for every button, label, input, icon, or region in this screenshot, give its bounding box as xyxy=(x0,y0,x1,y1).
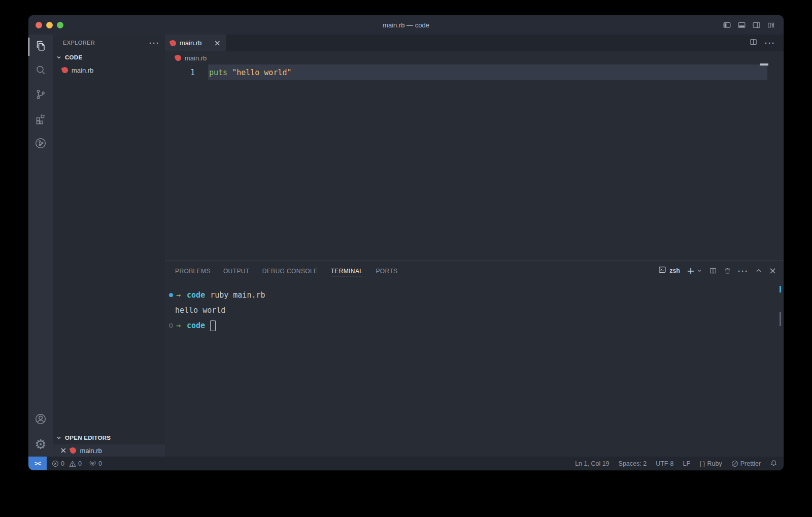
explorer-more-actions-icon[interactable]: ··· xyxy=(149,39,160,47)
code-section-label: CODE xyxy=(65,54,82,60)
tab-debug-console[interactable]: DEBUG CONSOLE xyxy=(262,263,318,279)
open-editor-name: main.rb xyxy=(80,447,101,455)
open-editor-item-main-rb[interactable]: × main.rb xyxy=(53,444,165,457)
tab-output[interactable]: OUTPUT xyxy=(223,263,250,279)
encoding-status[interactable]: UTF-8 xyxy=(656,460,673,467)
extensions-activity-button[interactable] xyxy=(28,108,53,132)
tab-strip xyxy=(226,35,749,51)
close-tab-icon[interactable]: × xyxy=(214,39,221,47)
gear-icon: ⚙ xyxy=(35,438,46,451)
workbench: ⚙ EXPLORER ··· CODE main.rb xyxy=(28,35,784,457)
close-window-button[interactable] xyxy=(36,22,42,28)
cursor-position-status[interactable]: Ln 1, Col 19 xyxy=(575,460,609,467)
close-editor-icon[interactable]: × xyxy=(60,446,66,455)
code-token-string: "hello world" xyxy=(232,68,291,77)
panel-actions: zsh + ··· xyxy=(658,266,776,276)
code-line-1: 1 puts"hello world" xyxy=(165,64,784,80)
shell-name: zsh xyxy=(669,267,680,274)
explorer-sidebar: EXPLORER ··· CODE main.rb xyxy=(53,35,165,457)
sidebar-title: EXPLORER xyxy=(63,40,149,46)
tab-label: main.rb xyxy=(180,39,211,47)
panel-header: PROBLEMS OUTPUT DEBUG CONSOLE TERMINAL P… xyxy=(165,261,784,280)
status-bar-right: Ln 1, Col 19 Spaces: 2 UTF-8 LF { } Ruby… xyxy=(575,460,784,467)
ruby-file-icon xyxy=(174,54,182,61)
editor-actions: ··· xyxy=(749,35,784,51)
error-count: 0 xyxy=(61,460,64,467)
prompt-cwd: code xyxy=(187,321,205,330)
current-line-highlight xyxy=(208,64,767,80)
search-icon xyxy=(35,64,47,78)
toggle-secondary-sidebar-icon[interactable] xyxy=(752,21,761,29)
customize-layout-icon[interactable] xyxy=(767,21,775,29)
terminal-icon xyxy=(658,266,666,276)
prompt-status-dot-icon xyxy=(169,293,173,297)
chevron-down-icon xyxy=(55,53,63,61)
tab-terminal[interactable]: TERMINAL xyxy=(331,263,363,279)
close-panel-icon[interactable]: × xyxy=(769,266,776,275)
circle-branch-icon xyxy=(34,137,47,152)
tab-main-rb[interactable]: main.rb × xyxy=(165,35,226,51)
split-editor-icon[interactable] xyxy=(749,38,758,48)
language-mode-status[interactable]: { } Ruby xyxy=(699,460,722,467)
title-bar: main.rb — code xyxy=(28,15,784,35)
editor-tab-bar: main.rb × ··· xyxy=(165,35,784,51)
ports-status[interactable]: 0 xyxy=(89,460,102,467)
code-token-keyword: puts xyxy=(209,68,227,77)
file-item-main-rb[interactable]: main.rb xyxy=(53,64,165,76)
window-controls xyxy=(28,22,94,28)
prompt-cwd: code xyxy=(187,290,205,300)
panel-more-actions-icon[interactable]: ··· xyxy=(738,267,749,275)
tab-problems[interactable]: PROBLEMS xyxy=(175,263,211,279)
toggle-panel-icon[interactable] xyxy=(737,21,746,29)
editor-group: main.rb × ··· main.rb xyxy=(165,35,784,457)
sidebar-header: EXPLORER ··· xyxy=(53,35,165,51)
settings-activity-button[interactable]: ⚙ xyxy=(28,432,53,457)
zoom-window-button[interactable] xyxy=(57,22,63,28)
open-editors-label: OPEN EDITORS xyxy=(65,435,111,441)
remote-explorer-activity-button[interactable] xyxy=(28,132,53,156)
breadcrumb-item-file[interactable]: main.rb xyxy=(185,54,207,62)
files-icon xyxy=(35,40,47,54)
terminal-prompt-line: → code xyxy=(169,318,780,333)
desktop-background: main.rb — code xyxy=(0,0,812,517)
source-control-activity-button[interactable] xyxy=(28,83,53,108)
code-editor[interactable]: 1 puts"hello world" xyxy=(165,64,784,261)
code-section-header[interactable]: CODE xyxy=(53,51,165,64)
formatter-name: Prettier xyxy=(740,460,761,467)
eol-status[interactable]: LF xyxy=(683,460,691,467)
terminal-scroll-mark xyxy=(780,286,781,293)
ruby-file-icon xyxy=(70,446,77,454)
minimize-window-button[interactable] xyxy=(46,22,53,28)
terminal-cursor xyxy=(210,320,216,331)
kill-terminal-icon[interactable] xyxy=(724,267,731,275)
toggle-primary-sidebar-icon[interactable] xyxy=(723,21,731,29)
language-name: Ruby xyxy=(707,460,722,467)
more-actions-icon[interactable]: ··· xyxy=(765,39,775,47)
vscode-window: main.rb — code xyxy=(28,15,784,470)
open-editors-section-header[interactable]: OPEN EDITORS xyxy=(53,431,165,444)
terminal-shell-selector[interactable]: zsh xyxy=(658,266,680,276)
explorer-activity-button[interactable] xyxy=(28,35,53,59)
split-terminal-icon[interactable] xyxy=(709,267,717,275)
notifications-bell[interactable] xyxy=(770,460,777,467)
overview-ruler-cursor-mark xyxy=(760,63,768,66)
maximize-panel-icon[interactable] xyxy=(755,267,762,274)
line-number: 1 xyxy=(165,68,208,77)
bottom-panel: PROBLEMS OUTPUT DEBUG CONSOLE TERMINAL P… xyxy=(165,261,784,457)
terminal-output-line: hello world xyxy=(169,303,780,318)
accounts-activity-button[interactable] xyxy=(28,408,53,432)
problems-status[interactable]: 0 0 xyxy=(52,460,82,467)
indentation-status[interactable]: Spaces: 2 xyxy=(619,460,647,467)
sidebar-empty-space xyxy=(53,76,165,431)
search-activity-button[interactable] xyxy=(28,59,53,83)
breadcrumb: main.rb xyxy=(165,51,784,64)
terminal-view[interactable]: → code ruby main.rb hello world → code xyxy=(165,280,784,457)
formatter-status[interactable]: Prettier xyxy=(731,460,761,467)
activity-bar: ⚙ xyxy=(28,35,53,457)
terminal-command-line: → code ruby main.rb xyxy=(169,287,780,303)
terminal-scrollbar-thumb[interactable] xyxy=(780,312,781,326)
remote-indicator[interactable]: >< xyxy=(28,457,47,470)
tab-ports[interactable]: PORTS xyxy=(376,263,397,279)
account-icon xyxy=(34,412,47,428)
new-terminal-button[interactable]: + xyxy=(687,266,702,276)
